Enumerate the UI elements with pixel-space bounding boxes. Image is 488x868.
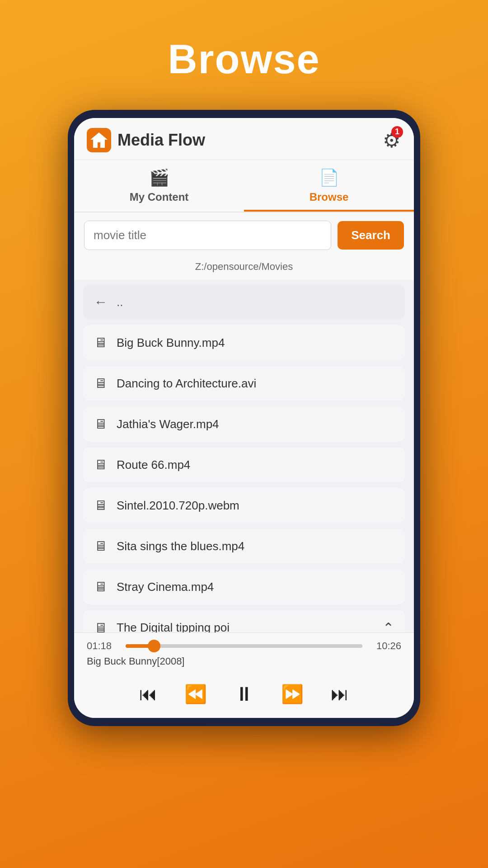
phone-shell: Media Flow ⚙ 1 🎬 My Content 📄 Browse Sea — [68, 110, 420, 726]
search-input-wrap — [84, 221, 331, 250]
app-logo-area: Media Flow — [87, 128, 205, 152]
file-name-4: Route 66.mp4 — [117, 458, 190, 472]
video-icon-2: 🖥 — [94, 376, 108, 391]
video-icon-4: 🖥 — [94, 457, 108, 472]
fast-forward-button[interactable]: ⏩ — [281, 684, 304, 705]
video-icon-6: 🖥 — [94, 538, 108, 554]
rewind-button[interactable]: ⏪ — [184, 684, 207, 705]
playback-controls: ⏮ ⏪ ⏸ ⏩ ⏭ — [87, 675, 401, 718]
list-item-digital-tipping[interactable]: 🖥 The Digital tipping poi ⌃ — [83, 610, 405, 632]
skip-back-button[interactable]: ⏮ — [139, 684, 157, 704]
search-area: Search — [74, 212, 414, 256]
back-arrow-icon: ← — [94, 294, 108, 310]
video-icon-8: 🖥 — [94, 620, 108, 633]
now-playing-label: Big Buck Bunny[2008] — [87, 656, 401, 667]
list-item-jathia[interactable]: 🖥 Jathia's Wager.mp4 — [83, 406, 405, 442]
video-icon-5: 🖥 — [94, 498, 108, 513]
video-icon-1: 🖥 — [94, 335, 108, 350]
page-title: Browse — [168, 36, 320, 83]
total-time: 10:26 — [370, 640, 401, 652]
file-name-5: Sintel.2010.720p.webm — [117, 499, 239, 513]
bottom-player: 01:18 10:26 Big Buck Bunny[2008] ⏮ ⏪ ⏸ ⏩… — [74, 632, 414, 718]
app-logo-icon — [87, 128, 111, 152]
list-item-stray-cinema[interactable]: 🖥 Stray Cinema.mp4 — [83, 569, 405, 604]
current-path: Z:/opensource/Movies — [74, 256, 414, 280]
skip-forward-button[interactable]: ⏭ — [331, 684, 349, 704]
list-item-big-buck-bunny[interactable]: 🖥 Big Buck Bunny.mp4 — [83, 325, 405, 360]
list-item-route66[interactable]: 🖥 Route 66.mp4 — [83, 447, 405, 482]
list-item-back[interactable]: ← .. — [83, 284, 405, 320]
notification-badge: 1 — [391, 126, 403, 138]
app-header: Media Flow ⚙ 1 — [74, 118, 414, 160]
progress-bar[interactable] — [126, 644, 362, 648]
list-item-sita[interactable]: 🖥 Sita sings the blues.mp4 — [83, 528, 405, 564]
tab-my-content[interactable]: 🎬 My Content — [74, 160, 244, 212]
browse-icon: 📄 — [319, 168, 339, 187]
list-item-sintel[interactable]: 🖥 Sintel.2010.720p.webm — [83, 488, 405, 523]
file-list-scroll[interactable]: ← .. 🖥 Big Buck Bunny.mp4 🖥 Dancing to A… — [74, 280, 414, 632]
list-item-dancing-architecture[interactable]: 🖥 Dancing to Architecture.avi — [83, 366, 405, 401]
pause-button[interactable]: ⏸ — [234, 683, 254, 705]
file-name-7: Stray Cinema.mp4 — [117, 580, 214, 594]
settings-button[interactable]: ⚙ 1 — [383, 129, 400, 152]
app-name: Media Flow — [117, 131, 205, 150]
progress-row: 01:18 10:26 — [87, 640, 401, 652]
file-name-8: The Digital tipping poi — [117, 621, 230, 632]
back-label: .. — [117, 295, 123, 309]
file-name-3: Jathia's Wager.mp4 — [117, 417, 219, 431]
file-name-6: Sita sings the blues.mp4 — [117, 539, 244, 553]
tab-browse-label: Browse — [310, 191, 349, 203]
video-icon-3: 🖥 — [94, 416, 108, 432]
video-icon-7: 🖥 — [94, 579, 108, 594]
phone-screen: Media Flow ⚙ 1 🎬 My Content 📄 Browse Sea — [74, 118, 414, 718]
current-time: 01:18 — [87, 640, 118, 652]
file-list: ← .. 🖥 Big Buck Bunny.mp4 🖥 Dancing to A… — [74, 280, 414, 632]
search-button[interactable]: Search — [338, 221, 404, 250]
tab-bar: 🎬 My Content 📄 Browse — [74, 160, 414, 212]
progress-thumb[interactable] — [148, 640, 160, 652]
tab-browse[interactable]: 📄 Browse — [244, 160, 414, 212]
file-name-1: Big Buck Bunny.mp4 — [117, 336, 225, 350]
tab-my-content-label: My Content — [130, 191, 189, 203]
search-input[interactable] — [84, 221, 331, 250]
file-name-2: Dancing to Architecture.avi — [117, 377, 256, 391]
my-content-icon: 🎬 — [149, 168, 169, 187]
chevron-up-icon[interactable]: ⌃ — [383, 620, 394, 632]
